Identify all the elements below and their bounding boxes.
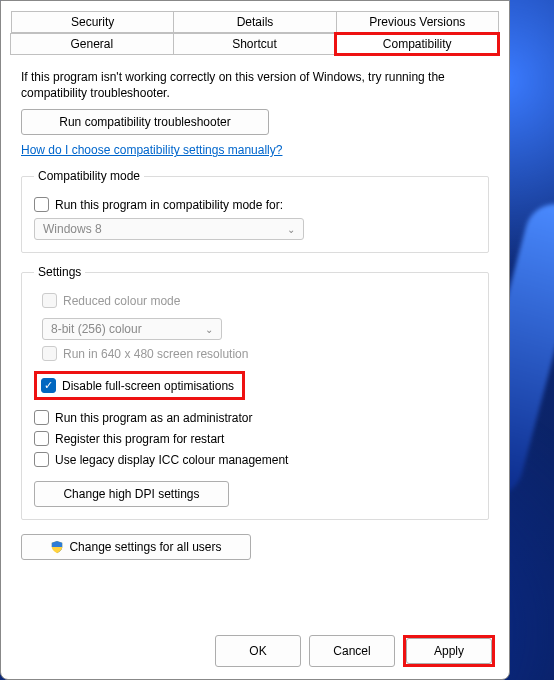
reduced-colour-checkbox	[42, 293, 57, 308]
ok-button[interactable]: OK	[215, 635, 301, 667]
colour-mode-select: 8-bit (256) colour ⌄	[42, 318, 222, 340]
chevron-down-icon: ⌄	[287, 224, 295, 235]
register-restart-checkbox[interactable]	[34, 431, 49, 446]
tab-details[interactable]: Details	[173, 11, 336, 33]
settings-legend: Settings	[34, 265, 85, 279]
dialog-footer: OK Cancel Apply	[215, 635, 495, 667]
intro-text: If this program isn't working correctly …	[21, 69, 489, 101]
tab-previous-versions[interactable]: Previous Versions	[336, 11, 499, 33]
manual-settings-link[interactable]: How do I choose compatibility settings m…	[21, 143, 282, 157]
reduced-colour-label: Reduced colour mode	[63, 294, 180, 308]
shield-icon	[50, 540, 64, 554]
compatibility-mode-group: Compatibility mode Run this program in c…	[21, 169, 489, 253]
tab-compatibility[interactable]: Compatibility	[335, 33, 499, 55]
legacy-icc-label: Use legacy display ICC colour management	[55, 453, 288, 467]
change-dpi-button[interactable]: Change high DPI settings	[34, 481, 229, 507]
colour-mode-value: 8-bit (256) colour	[51, 322, 142, 336]
register-restart-label: Register this program for restart	[55, 432, 224, 446]
properties-dialog: Security Details Previous Versions Gener…	[0, 0, 510, 680]
cancel-button[interactable]: Cancel	[309, 635, 395, 667]
compat-mode-select-value: Windows 8	[43, 222, 102, 236]
compat-mode-checkbox[interactable]	[34, 197, 49, 212]
tab-content: If this program isn't working correctly …	[1, 55, 509, 572]
apply-highlight: Apply	[403, 635, 495, 667]
tabs-container: Security Details Previous Versions Gener…	[1, 1, 509, 55]
tab-general[interactable]: General	[10, 33, 174, 55]
settings-group: Settings Reduced colour mode 8-bit (256)…	[21, 265, 489, 520]
change-all-users-button[interactable]: Change settings for all users	[21, 534, 251, 560]
run-640-checkbox	[42, 346, 57, 361]
compat-mode-label: Run this program in compatibility mode f…	[55, 198, 283, 212]
run-admin-label: Run this program as an administrator	[55, 411, 252, 425]
compat-mode-select[interactable]: Windows 8 ⌄	[34, 218, 304, 240]
change-all-users-label: Change settings for all users	[69, 540, 221, 554]
run-640-label: Run in 640 x 480 screen resolution	[63, 347, 248, 361]
legacy-icc-checkbox[interactable]	[34, 452, 49, 467]
disable-fullscreen-label: Disable full-screen optimisations	[62, 379, 234, 393]
compatibility-mode-legend: Compatibility mode	[34, 169, 144, 183]
apply-button[interactable]: Apply	[406, 638, 492, 664]
disable-fullscreen-checkbox[interactable]: ✓	[41, 378, 56, 393]
tab-security[interactable]: Security	[11, 11, 174, 33]
disable-fullscreen-highlight: ✓ Disable full-screen optimisations	[34, 371, 245, 400]
chevron-down-icon: ⌄	[205, 324, 213, 335]
run-troubleshooter-button[interactable]: Run compatibility troubleshooter	[21, 109, 269, 135]
tab-shortcut[interactable]: Shortcut	[173, 33, 337, 55]
run-admin-checkbox[interactable]	[34, 410, 49, 425]
